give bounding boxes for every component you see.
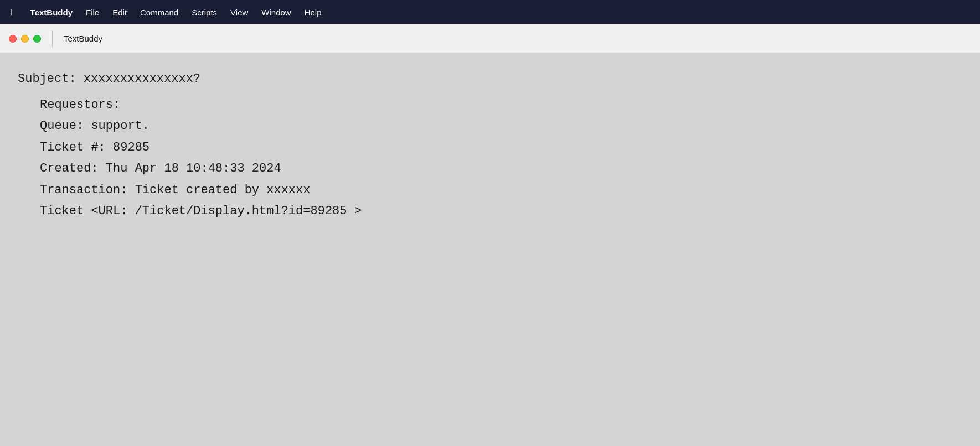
queue-line: Queue: support. bbox=[40, 116, 962, 137]
requestors-line: Requestors: bbox=[40, 95, 962, 116]
menubar-item-textbuddy[interactable]: TextBuddy bbox=[24, 6, 79, 19]
created-line: Created: Thu Apr 18 10:48:33 2024 bbox=[40, 158, 962, 180]
menubar-item-edit[interactable]: Edit bbox=[106, 6, 133, 19]
menubar-item-view[interactable]: View bbox=[224, 6, 255, 19]
menubar-item-scripts[interactable]: Scripts bbox=[185, 6, 224, 19]
ticket-url-line: Ticket <URL: /Ticket/Display.html?id=892… bbox=[40, 201, 962, 222]
ticket-number-line: Ticket #: 89285 bbox=[40, 137, 962, 159]
subject-text: Subject: xxxxxxxxxxxxxxx? bbox=[18, 72, 200, 86]
menubar-item-window[interactable]: Window bbox=[255, 6, 297, 19]
window-title: TextBuddy bbox=[64, 34, 102, 43]
details-block: Requestors: Queue: support. Ticket #: 89… bbox=[18, 95, 962, 222]
close-button[interactable] bbox=[9, 35, 17, 43]
text-body: Subject: xxxxxxxxxxxxxxx? Requestors: Qu… bbox=[18, 69, 962, 222]
titlebar-divider bbox=[52, 30, 53, 47]
subject-line: Subject: xxxxxxxxxxxxxxx? bbox=[18, 69, 962, 90]
menubar-item-file[interactable]: File bbox=[79, 6, 106, 19]
window: TextBuddy Subject: xxxxxxxxxxxxxxx? Requ… bbox=[0, 24, 980, 446]
menubar:  TextBuddy File Edit Command Scripts Vi… bbox=[0, 0, 980, 24]
apple-menu-icon[interactable]:  bbox=[9, 7, 13, 18]
transaction-line: Transaction: Ticket created by xxxxxx bbox=[40, 180, 962, 201]
menubar-item-command[interactable]: Command bbox=[133, 6, 185, 19]
titlebar: TextBuddy bbox=[0, 24, 980, 53]
traffic-lights bbox=[9, 35, 41, 43]
maximize-button[interactable] bbox=[33, 35, 41, 43]
minimize-button[interactable] bbox=[21, 35, 29, 43]
content-area: Subject: xxxxxxxxxxxxxxx? Requestors: Qu… bbox=[0, 53, 980, 446]
menubar-item-help[interactable]: Help bbox=[298, 6, 328, 19]
